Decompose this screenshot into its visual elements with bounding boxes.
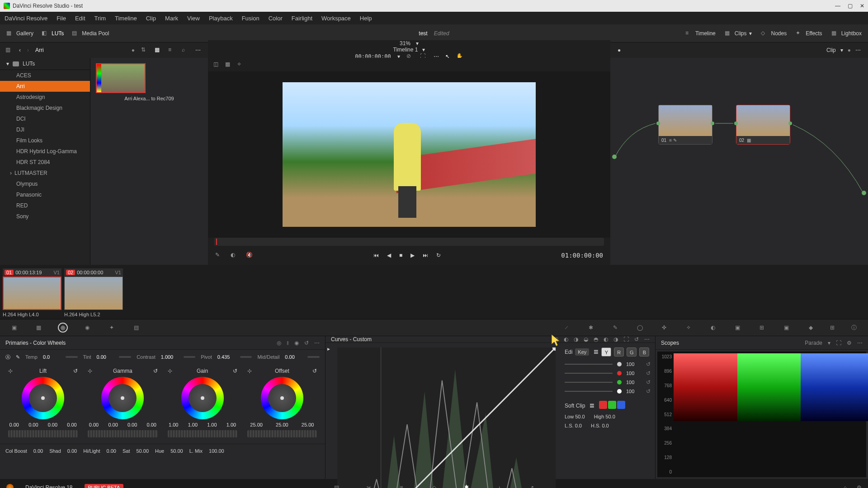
- scopes-expand-icon[interactable]: ⛶: [836, 340, 841, 346]
- luts-tree-item[interactable]: ACES: [0, 70, 90, 81]
- channel-g-button[interactable]: G: [627, 347, 637, 357]
- motion-icon[interactable]: ▤: [131, 323, 141, 333]
- sizing-icon[interactable]: ⊞: [757, 323, 767, 333]
- node-graph[interactable]: 01≡ ✎ 02▦: [610, 58, 868, 265]
- page-deliver-icon[interactable]: ↗: [526, 482, 537, 488]
- curves-graph[interactable]: [337, 347, 556, 488]
- softclip-low[interactable]: 50.0: [575, 414, 585, 419]
- play-icon[interactable]: ▶: [410, 252, 415, 258]
- link-icon[interactable]: 𝌆: [594, 349, 599, 355]
- maximize-button[interactable]: ▢: [848, 3, 853, 9]
- luts-button[interactable]: ◧LUTs: [42, 30, 64, 37]
- menu-item[interactable]: Workspace: [321, 15, 351, 22]
- sidebar-toggle-icon[interactable]: ▥: [5, 47, 13, 54]
- colboost-value[interactable]: 0.00: [33, 448, 43, 454]
- more-icon[interactable]: ⋯: [195, 47, 201, 53]
- prev-clip-icon[interactable]: ⏮: [373, 252, 379, 258]
- luts-tree-item[interactable]: LUTMASTER: [0, 168, 90, 178]
- key-icon[interactable]: ▣: [732, 323, 742, 333]
- menu-item[interactable]: Timeline: [115, 15, 137, 22]
- timeline-name[interactable]: Timeline 1: [393, 47, 418, 53]
- window-icon[interactable]: ◯: [635, 323, 645, 333]
- menu-item[interactable]: Playback: [209, 15, 233, 22]
- channel-r-button[interactable]: R: [614, 347, 624, 357]
- menu-item[interactable]: Help: [360, 15, 372, 22]
- sort-icon[interactable]: ⇅: [141, 47, 148, 54]
- curve-mode-2-icon[interactable]: ◐: [564, 336, 568, 343]
- menu-item[interactable]: Clip: [146, 15, 156, 22]
- luts-tree-item[interactable]: DJI: [0, 124, 90, 135]
- luts-tree-item[interactable]: HDR ST 2084: [0, 157, 90, 168]
- curve-mode-5-icon[interactable]: ◓: [594, 336, 598, 343]
- auto-balance-icon[interactable]: Ⓐ: [5, 354, 10, 361]
- lut-thumbnail[interactable]: [96, 63, 146, 93]
- rgb-mixer-icon[interactable]: ✦: [107, 323, 117, 333]
- clips-button[interactable]: ▦Clips▾: [725, 30, 752, 37]
- luts-tree-item[interactable]: Astrodesign: [0, 92, 90, 103]
- home-icon[interactable]: ⌂: [844, 484, 847, 488]
- 3d-icon[interactable]: ▣: [781, 323, 791, 333]
- project-settings-icon[interactable]: ⚙: [857, 484, 862, 488]
- node-02[interactable]: 02▦: [736, 105, 790, 145]
- more-icon[interactable]: ⋯: [314, 340, 320, 346]
- page-fusion-icon[interactable]: ◇: [429, 482, 439, 488]
- color-wheel-gain[interactable]: ⊹Gain↺1.001.001.001.00: [164, 368, 241, 440]
- view-grid-icon[interactable]: ▦: [225, 61, 232, 68]
- nav-back-icon[interactable]: ‹: [19, 47, 21, 53]
- list-view-icon[interactable]: ≡: [168, 47, 175, 54]
- warper-icon[interactable]: ✱: [586, 323, 596, 333]
- node-scope[interactable]: Clip: [826, 47, 836, 53]
- expand-icon[interactable]: ⛶: [623, 336, 629, 343]
- stop-icon[interactable]: ■: [399, 252, 402, 258]
- view-split-icon[interactable]: ◫: [213, 61, 221, 68]
- step-back-icon[interactable]: ◀: [387, 252, 391, 258]
- luts-tree-item[interactable]: DCI: [0, 113, 90, 124]
- softclip-channel-button[interactable]: [608, 401, 616, 409]
- more-icon[interactable]: ⋯: [644, 336, 650, 343]
- hue-value[interactable]: 50.00: [170, 448, 183, 454]
- graph-input-icon[interactable]: [612, 155, 617, 159]
- grid-view-icon[interactable]: ▦: [155, 47, 162, 54]
- page-cut-icon[interactable]: ✂: [363, 482, 374, 488]
- luts-tree-item[interactable]: Arri: [0, 81, 90, 92]
- pick-white-icon[interactable]: ✎: [16, 354, 20, 360]
- clip-thumbnail[interactable]: 0200:00:00:00V1H.264 High L5.2: [64, 268, 123, 315]
- wheels-mode-icon[interactable]: ◎: [277, 340, 281, 346]
- scopes-settings-icon[interactable]: ⚙: [847, 340, 852, 346]
- qualifier-icon[interactable]: ✎: [610, 323, 620, 333]
- page-fairlight-icon[interactable]: ♪: [494, 482, 505, 488]
- reset-icon[interactable]: ↺: [304, 340, 309, 346]
- curve-intensity-row[interactable]: 100↺: [565, 388, 651, 394]
- zoom-level[interactable]: 31%: [400, 40, 410, 47]
- reset-icon[interactable]: ↺: [634, 336, 639, 343]
- menu-item[interactable]: Mark: [165, 15, 178, 22]
- clip-thumbnail[interactable]: 0100:00:13:19V1H.264 High L4.0: [3, 268, 61, 315]
- softclip-hs[interactable]: 0.0: [602, 423, 609, 428]
- mute-icon[interactable]: 🔇: [246, 252, 253, 259]
- curve-mode-6-icon[interactable]: ◐: [604, 336, 608, 343]
- page-media-icon[interactable]: ▤: [331, 482, 342, 488]
- bars-mode-icon[interactable]: ⦀: [287, 340, 289, 346]
- info-icon[interactable]: ⓘ: [849, 323, 859, 333]
- menu-item[interactable]: Fairlight: [292, 15, 312, 22]
- contrast-value[interactable]: 1.000: [161, 354, 178, 360]
- menu-item[interactable]: View: [187, 15, 200, 22]
- color-wheel-gamma[interactable]: ⊹Gamma↺0.000.000.000.00: [84, 368, 161, 440]
- curve-mode-3-icon[interactable]: ◑: [574, 336, 578, 343]
- eyedropper-icon[interactable]: ✎: [215, 252, 222, 259]
- node-more-icon[interactable]: ⋯: [855, 47, 861, 53]
- wheels-icon[interactable]: ◎: [58, 323, 68, 333]
- close-button[interactable]: ✕: [860, 3, 864, 9]
- menu-item[interactable]: File: [57, 15, 66, 22]
- luts-tree-item[interactable]: RED: [0, 200, 90, 211]
- curve-handle-icon[interactable]: ▸: [327, 346, 330, 352]
- color-match-icon[interactable]: ▦: [33, 323, 43, 333]
- loop-icon[interactable]: ↻: [436, 252, 441, 258]
- luts-tree-item[interactable]: Blackmagic Design: [0, 103, 90, 113]
- softclip-channel-button[interactable]: [599, 401, 607, 409]
- curve-intensity-row[interactable]: 100↺: [565, 370, 651, 376]
- luts-tree-item[interactable]: Sony: [0, 211, 90, 222]
- magic-mask-icon[interactable]: ✧: [684, 323, 693, 333]
- blur-icon[interactable]: ◐: [708, 323, 718, 333]
- color-wheel-lift[interactable]: ⊹Lift↺0.000.000.000.00: [5, 368, 81, 440]
